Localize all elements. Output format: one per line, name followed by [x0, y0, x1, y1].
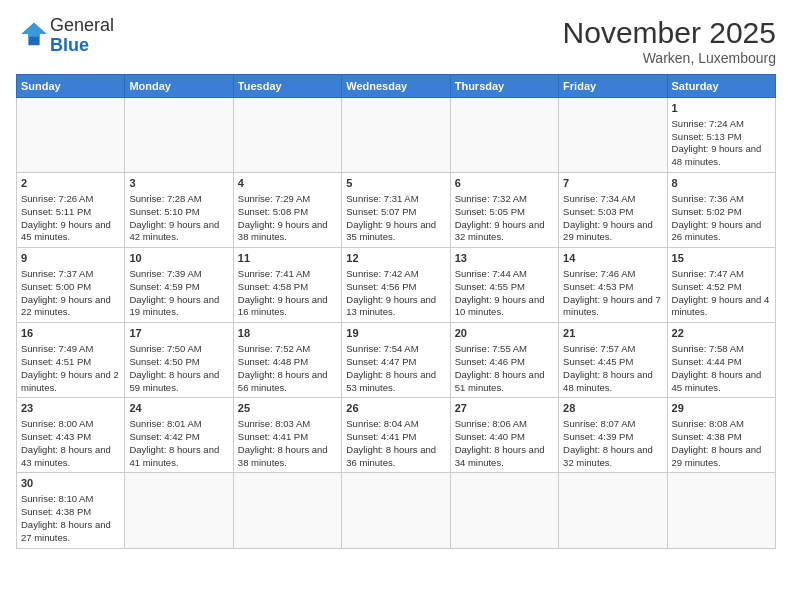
calendar-cell: 15Sunrise: 7:47 AM Sunset: 4:52 PM Dayli…	[667, 248, 775, 323]
calendar-cell: 30Sunrise: 8:10 AM Sunset: 4:38 PM Dayli…	[17, 473, 125, 548]
calendar-cell: 13Sunrise: 7:44 AM Sunset: 4:55 PM Dayli…	[450, 248, 558, 323]
logo-general: General	[50, 16, 114, 36]
day-number: 15	[672, 251, 771, 266]
day-number: 23	[21, 401, 120, 416]
calendar-cell: 17Sunrise: 7:50 AM Sunset: 4:50 PM Dayli…	[125, 323, 233, 398]
day-number: 29	[672, 401, 771, 416]
calendar-cell: 21Sunrise: 7:57 AM Sunset: 4:45 PM Dayli…	[559, 323, 667, 398]
day-info: Sunrise: 7:44 AM Sunset: 4:55 PM Dayligh…	[455, 268, 547, 317]
week-row-2: 2Sunrise: 7:26 AM Sunset: 5:11 PM Daylig…	[17, 173, 776, 248]
calendar-cell	[450, 473, 558, 548]
calendar-cell: 23Sunrise: 8:00 AM Sunset: 4:43 PM Dayli…	[17, 398, 125, 473]
day-info: Sunrise: 7:58 AM Sunset: 4:44 PM Dayligh…	[672, 343, 764, 392]
calendar-cell: 25Sunrise: 8:03 AM Sunset: 4:41 PM Dayli…	[233, 398, 341, 473]
calendar-cell: 28Sunrise: 8:07 AM Sunset: 4:39 PM Dayli…	[559, 398, 667, 473]
day-info: Sunrise: 7:26 AM Sunset: 5:11 PM Dayligh…	[21, 193, 113, 242]
day-number: 3	[129, 176, 228, 191]
calendar-cell: 4Sunrise: 7:29 AM Sunset: 5:08 PM Daylig…	[233, 173, 341, 248]
day-info: Sunrise: 7:50 AM Sunset: 4:50 PM Dayligh…	[129, 343, 221, 392]
calendar-body: 1Sunrise: 7:24 AM Sunset: 5:13 PM Daylig…	[17, 98, 776, 549]
day-info: Sunrise: 7:32 AM Sunset: 5:05 PM Dayligh…	[455, 193, 547, 242]
day-info: Sunrise: 8:04 AM Sunset: 4:41 PM Dayligh…	[346, 418, 438, 467]
day-info: Sunrise: 7:28 AM Sunset: 5:10 PM Dayligh…	[129, 193, 221, 242]
day-info: Sunrise: 7:57 AM Sunset: 4:45 PM Dayligh…	[563, 343, 655, 392]
day-info: Sunrise: 7:31 AM Sunset: 5:07 PM Dayligh…	[346, 193, 438, 242]
day-number: 17	[129, 326, 228, 341]
day-number: 10	[129, 251, 228, 266]
day-info: Sunrise: 7:54 AM Sunset: 4:47 PM Dayligh…	[346, 343, 438, 392]
calendar-cell	[233, 473, 341, 548]
weekday-wednesday: Wednesday	[342, 75, 450, 98]
calendar-cell: 18Sunrise: 7:52 AM Sunset: 4:48 PM Dayli…	[233, 323, 341, 398]
day-info: Sunrise: 7:36 AM Sunset: 5:02 PM Dayligh…	[672, 193, 764, 242]
day-info: Sunrise: 8:00 AM Sunset: 4:43 PM Dayligh…	[21, 418, 113, 467]
day-number: 8	[672, 176, 771, 191]
calendar-cell: 10Sunrise: 7:39 AM Sunset: 4:59 PM Dayli…	[125, 248, 233, 323]
calendar-header: SundayMondayTuesdayWednesdayThursdayFrid…	[17, 75, 776, 98]
weekday-monday: Monday	[125, 75, 233, 98]
day-info: Sunrise: 8:01 AM Sunset: 4:42 PM Dayligh…	[129, 418, 221, 467]
calendar-cell	[559, 98, 667, 173]
day-number: 30	[21, 476, 120, 491]
day-info: Sunrise: 7:47 AM Sunset: 4:52 PM Dayligh…	[672, 268, 772, 317]
weekday-header-row: SundayMondayTuesdayWednesdayThursdayFrid…	[17, 75, 776, 98]
calendar-cell: 2Sunrise: 7:26 AM Sunset: 5:11 PM Daylig…	[17, 173, 125, 248]
calendar-cell: 6Sunrise: 7:32 AM Sunset: 5:05 PM Daylig…	[450, 173, 558, 248]
day-info: Sunrise: 7:52 AM Sunset: 4:48 PM Dayligh…	[238, 343, 330, 392]
day-number: 2	[21, 176, 120, 191]
day-number: 1	[672, 101, 771, 116]
calendar-cell	[17, 98, 125, 173]
day-number: 20	[455, 326, 554, 341]
day-number: 7	[563, 176, 662, 191]
calendar-cell: 29Sunrise: 8:08 AM Sunset: 4:38 PM Dayli…	[667, 398, 775, 473]
calendar-cell	[342, 473, 450, 548]
calendar-cell: 26Sunrise: 8:04 AM Sunset: 4:41 PM Dayli…	[342, 398, 450, 473]
weekday-friday: Friday	[559, 75, 667, 98]
day-info: Sunrise: 7:41 AM Sunset: 4:58 PM Dayligh…	[238, 268, 330, 317]
calendar-cell: 27Sunrise: 8:06 AM Sunset: 4:40 PM Dayli…	[450, 398, 558, 473]
weekday-tuesday: Tuesday	[233, 75, 341, 98]
day-number: 5	[346, 176, 445, 191]
calendar-cell	[125, 473, 233, 548]
day-number: 14	[563, 251, 662, 266]
day-number: 11	[238, 251, 337, 266]
day-number: 26	[346, 401, 445, 416]
day-number: 27	[455, 401, 554, 416]
day-number: 18	[238, 326, 337, 341]
calendar-cell	[667, 473, 775, 548]
day-number: 21	[563, 326, 662, 341]
page: General Blue November 2025 Warken, Luxem…	[0, 0, 792, 612]
week-row-5: 23Sunrise: 8:00 AM Sunset: 4:43 PM Dayli…	[17, 398, 776, 473]
day-info: Sunrise: 7:37 AM Sunset: 5:00 PM Dayligh…	[21, 268, 113, 317]
calendar-cell	[450, 98, 558, 173]
day-number: 19	[346, 326, 445, 341]
svg-marker-1	[21, 23, 46, 37]
calendar-cell	[559, 473, 667, 548]
day-number: 4	[238, 176, 337, 191]
day-info: Sunrise: 7:24 AM Sunset: 5:13 PM Dayligh…	[672, 118, 764, 167]
title-block: November 2025 Warken, Luxembourg	[563, 16, 776, 66]
calendar-cell: 7Sunrise: 7:34 AM Sunset: 5:03 PM Daylig…	[559, 173, 667, 248]
day-number: 6	[455, 176, 554, 191]
calendar-cell: 14Sunrise: 7:46 AM Sunset: 4:53 PM Dayli…	[559, 248, 667, 323]
location: Warken, Luxembourg	[563, 50, 776, 66]
day-info: Sunrise: 8:08 AM Sunset: 4:38 PM Dayligh…	[672, 418, 764, 467]
calendar-cell: 22Sunrise: 7:58 AM Sunset: 4:44 PM Dayli…	[667, 323, 775, 398]
weekday-sunday: Sunday	[17, 75, 125, 98]
logo-blue: Blue	[50, 36, 114, 56]
calendar-cell: 5Sunrise: 7:31 AM Sunset: 5:07 PM Daylig…	[342, 173, 450, 248]
day-number: 22	[672, 326, 771, 341]
calendar-cell: 20Sunrise: 7:55 AM Sunset: 4:46 PM Dayli…	[450, 323, 558, 398]
calendar-cell: 8Sunrise: 7:36 AM Sunset: 5:02 PM Daylig…	[667, 173, 775, 248]
day-number: 24	[129, 401, 228, 416]
logo: General Blue	[16, 16, 114, 56]
week-row-6: 30Sunrise: 8:10 AM Sunset: 4:38 PM Dayli…	[17, 473, 776, 548]
day-info: Sunrise: 8:07 AM Sunset: 4:39 PM Dayligh…	[563, 418, 655, 467]
week-row-3: 9Sunrise: 7:37 AM Sunset: 5:00 PM Daylig…	[17, 248, 776, 323]
day-info: Sunrise: 7:42 AM Sunset: 4:56 PM Dayligh…	[346, 268, 438, 317]
day-info: Sunrise: 7:49 AM Sunset: 4:51 PM Dayligh…	[21, 343, 121, 392]
day-info: Sunrise: 7:55 AM Sunset: 4:46 PM Dayligh…	[455, 343, 547, 392]
calendar-cell	[125, 98, 233, 173]
header: General Blue November 2025 Warken, Luxem…	[16, 16, 776, 66]
day-info: Sunrise: 7:29 AM Sunset: 5:08 PM Dayligh…	[238, 193, 330, 242]
